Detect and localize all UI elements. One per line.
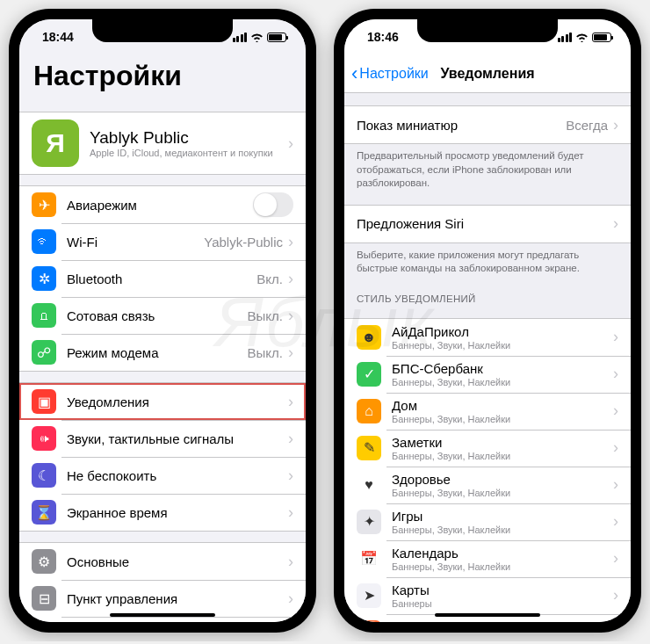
chevron-right-icon: › <box>613 365 618 383</box>
chevron-right-icon: › <box>613 402 618 420</box>
back-button[interactable]: ‹ Настройки <box>351 64 429 83</box>
chevron-right-icon: › <box>288 467 293 485</box>
profile-sub: Apple ID, iCloud, медиаконтент и покупки <box>90 148 288 158</box>
row-label: Основные <box>67 554 288 569</box>
app-sub: Баннеры, Звуки, Наклейки <box>392 414 613 424</box>
home-indicator[interactable] <box>110 613 215 617</box>
phone-left: 18:44 Настройки Я Yablyk Public Apple ID… <box>9 9 316 633</box>
settings-row[interactable]: ✈Авиарежим <box>19 186 306 223</box>
row-value: Выкл. <box>248 308 283 323</box>
app-icon: ☻ <box>357 325 381 350</box>
settings-row[interactable]: 🕪Звуки, тактильные сигналы› <box>19 420 306 457</box>
screen-right: 18:46 ‹ Настройки Уведомления Показ мини… <box>344 19 631 622</box>
chevron-right-icon: › <box>288 307 293 325</box>
chevron-right-icon: › <box>288 430 293 448</box>
app-notification-row[interactable]: ☻АйДаПриколБаннеры, Звуки, Наклейки› <box>344 319 631 356</box>
row-icon: ☾ <box>32 463 56 488</box>
app-icon: ✦ <box>357 510 381 534</box>
row-label: Звуки, тактильные сигналы <box>67 431 288 446</box>
status-time: 18:46 <box>367 30 399 44</box>
app-sub: Баннеры, Звуки, Наклейки <box>392 377 613 387</box>
app-notification-row[interactable]: ✦ИгрыБаннеры, Звуки, Наклейки› <box>344 503 631 540</box>
row-label: Авиарежим <box>67 198 253 213</box>
profile-name: Yablyk Public <box>90 128 288 148</box>
row-icon: 🕪 <box>32 426 56 451</box>
row-value: Yablyk-Public <box>204 235 283 250</box>
row-label: Уведомления <box>67 394 288 409</box>
app-notification-row[interactable]: ✎ЗаметкиБаннеры, Звуки, Наклейки› <box>344 430 631 467</box>
wifi-icon <box>250 33 264 42</box>
profile-avatar: Я <box>32 119 79 167</box>
app-name: Здоровье <box>392 472 613 487</box>
row-icon: ⚙ <box>32 549 56 574</box>
app-name: КиноПоиск <box>392 619 613 622</box>
app-notification-row[interactable]: ✓БПС-СбербанкБаннеры, Звуки, Наклейки› <box>344 356 631 393</box>
row-icon: ☍ <box>32 340 56 365</box>
settings-row[interactable]: AAЭкран и яркость› <box>19 617 306 622</box>
settings-row[interactable]: ▣Уведомления› <box>19 383 306 420</box>
settings-row[interactable]: ⚙Основные› <box>19 543 306 580</box>
settings-row[interactable]: ᯤWi-FiYablyk-Public› <box>19 223 306 260</box>
app-name: Заметки <box>392 435 613 450</box>
row-label: Пункт управления <box>67 591 288 606</box>
settings-row[interactable]: ⩍Сотовая связьВыкл.› <box>19 297 306 334</box>
chevron-right-icon: › <box>288 344 293 362</box>
preview-row[interactable]: Показ миниатюр Всегда › <box>344 106 631 143</box>
chevron-right-icon: › <box>613 214 618 233</box>
settings-row[interactable]: ☍Режим модемаВыкл.› <box>19 334 306 371</box>
app-name: Карты <box>392 582 613 597</box>
settings-row[interactable]: ☾Не беспокоить› <box>19 457 306 494</box>
row-icon: ⩍ <box>32 303 56 328</box>
notch <box>417 19 558 42</box>
siri-row[interactable]: Предложения Siri › <box>344 206 631 242</box>
row-label: Сотовая связь <box>67 308 248 323</box>
app-sub: Баннеры, Звуки, Наклейки <box>392 525 613 535</box>
app-name: АйДаПрикол <box>392 324 613 339</box>
app-sub: Баннеры, Звуки, Наклейки <box>392 561 613 572</box>
chevron-right-icon: › <box>288 134 293 153</box>
row-label: Экранное время <box>67 505 288 520</box>
wifi-icon <box>575 33 589 42</box>
app-notification-row[interactable]: 📅КалендарьБаннеры, Звуки, Наклейки› <box>344 540 631 577</box>
row-icon: ✲ <box>32 266 56 291</box>
chevron-right-icon: › <box>288 590 293 608</box>
app-sub: Баннеры <box>392 598 613 609</box>
chevron-right-icon: › <box>288 553 293 571</box>
toggle-switch[interactable] <box>253 192 293 217</box>
apple-id-row[interactable]: Я Yablyk Public Apple ID, iCloud, медиак… <box>19 112 306 174</box>
row-value: Выкл. <box>248 345 283 360</box>
settings-row[interactable]: ⌛Экранное время› <box>19 494 306 531</box>
battery-icon <box>267 33 286 42</box>
chevron-right-icon: › <box>288 233 293 251</box>
notch <box>92 19 233 42</box>
chevron-right-icon: › <box>613 512 618 531</box>
settings-row[interactable]: ⊟Пункт управления› <box>19 580 306 617</box>
row-icon: ⌛ <box>32 500 56 525</box>
preview-value: Всегда <box>566 118 608 133</box>
app-notification-row[interactable]: ♥ЗдоровьеБаннеры, Звуки, Наклейки› <box>344 467 631 503</box>
app-icon: ♥ <box>357 473 381 497</box>
app-icon: ➤ <box>357 583 381 608</box>
app-name: Дом <box>392 398 613 413</box>
row-icon: ▣ <box>32 389 56 414</box>
chevron-right-icon: › <box>288 503 293 522</box>
home-indicator[interactable] <box>435 613 540 617</box>
app-sub: Баннеры, Звуки, Наклейки <box>392 340 613 351</box>
row-icon: ✈ <box>32 192 56 217</box>
app-notification-row[interactable]: ➤КартыБаннеры› <box>344 577 631 614</box>
phone-right: 18:46 ‹ Настройки Уведомления Показ мини… <box>334 9 641 633</box>
row-label: Bluetooth <box>67 271 256 286</box>
siri-label: Предложения Siri <box>357 216 613 231</box>
app-sub: Баннеры, Звуки, Наклейки <box>392 488 613 498</box>
signal-icon <box>233 33 248 42</box>
screen-left: 18:44 Настройки Я Yablyk Public Apple ID… <box>19 19 306 622</box>
app-icon: ✓ <box>357 362 381 387</box>
row-label: Wi-Fi <box>67 235 204 250</box>
settings-row[interactable]: ✲BluetoothВкл.› <box>19 260 306 297</box>
nav-title: Уведомления <box>440 66 534 82</box>
chevron-right-icon: › <box>613 116 618 134</box>
signal-icon <box>558 33 573 42</box>
chevron-right-icon: › <box>613 438 618 457</box>
app-notification-row[interactable]: ⌂ДомБаннеры, Звуки, Наклейки› <box>344 393 631 430</box>
siri-footer: Выберите, какие приложения могут предлаг… <box>344 243 631 279</box>
